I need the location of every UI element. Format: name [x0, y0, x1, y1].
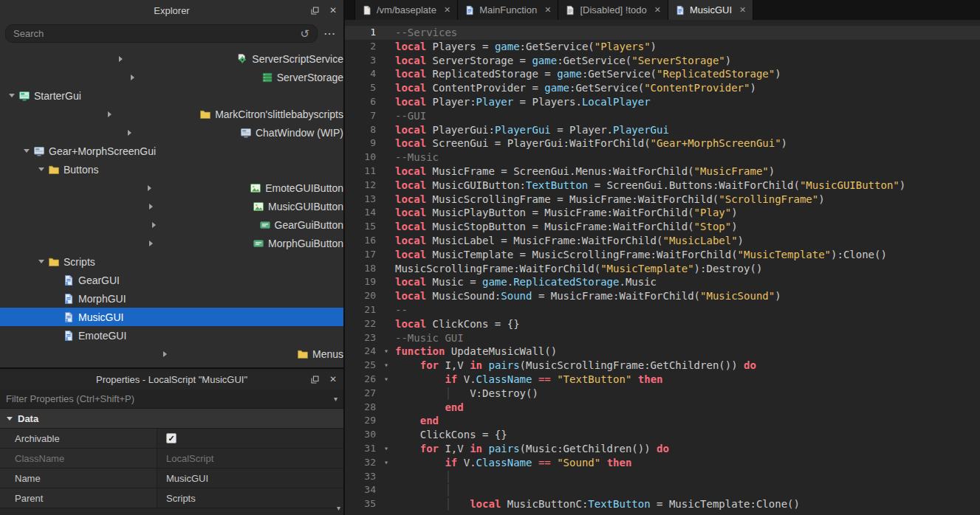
- code-line[interactable]: 16local MusicLabel = MusicFrame:WaitForC…: [345, 234, 980, 248]
- no-arrow: [50, 311, 61, 322]
- code-line[interactable]: 34 │: [345, 483, 980, 497]
- code-line[interactable]: 29 end: [345, 414, 980, 428]
- tree-item-scripts[interactable]: Scripts: [0, 252, 343, 271]
- data-section-header[interactable]: Data: [0, 409, 343, 429]
- code-line[interactable]: 30 ClickCons = {}: [345, 428, 980, 442]
- tree-item-serverstorage[interactable]: ServerStorage: [0, 68, 343, 86]
- tree-item-label: ServerStorage: [277, 72, 343, 83]
- tree-item-buttons[interactable]: Buttons: [0, 160, 343, 179]
- code-line[interactable]: 9local ScreenGui = PlayerGui:WaitForChil…: [345, 136, 980, 151]
- tree-item-emotegui[interactable]: EmoteGUI: [0, 326, 343, 345]
- code-line[interactable]: 33 │: [345, 470, 980, 484]
- code-line[interactable]: 11local MusicFrame = ScreenGui.Menus:Wai…: [345, 165, 980, 179]
- code-line[interactable]: 26▾ if V.ClassName == "TextButton" then: [345, 373, 980, 387]
- code-line[interactable]: 4local ReplicatedStorage = game:GetServi…: [345, 67, 980, 81]
- editor-tab-musicgui[interactable]: MusicGUI✕: [668, 0, 753, 20]
- chevron-down-icon[interactable]: [35, 164, 47, 175]
- property-value[interactable]: Scripts: [157, 488, 343, 508]
- more-options-button[interactable]: ···: [322, 26, 338, 42]
- code-line[interactable]: 32▾ if V.ClassName == "Sound" then: [345, 456, 980, 470]
- chevron-right-icon[interactable]: [35, 348, 295, 359]
- code-line[interactable]: 24▾function UpdateMusicWall(): [345, 345, 980, 359]
- search-history-icon[interactable]: ↺: [300, 28, 309, 39]
- chevron-right-icon[interactable]: [6, 53, 235, 64]
- close-icon[interactable]: ✕: [327, 373, 339, 385]
- fold-arrow-icon[interactable]: ▾: [377, 373, 395, 387]
- tree-item-serverscriptservice[interactable]: ServerScriptService: [0, 49, 343, 68]
- tree-item-chatwindow-wip[interactable]: ChatWindow (WIP): [0, 123, 343, 142]
- code-area[interactable]: 1--Services2local Players = game:GetServ…: [345, 20, 980, 515]
- chevron-right-icon[interactable]: [6, 72, 260, 83]
- tree-item-menus[interactable]: Menus: [0, 345, 343, 363]
- code-line[interactable]: 31▾ for I,V in pairs(Music:GetChildren()…: [345, 442, 980, 456]
- tree-item-geargui[interactable]: GearGUI: [0, 271, 343, 289]
- chevron-right-icon[interactable]: [21, 127, 239, 138]
- code-line[interactable]: 14local MusicPlayButton = MusicFrame:Wai…: [345, 206, 980, 220]
- chevron-down-icon[interactable]: [35, 256, 47, 267]
- chevron-right-icon[interactable]: [50, 238, 251, 249]
- tree-item-morphgui[interactable]: MorphGUI: [0, 289, 343, 308]
- tree-item-musicgui[interactable]: MusicGUI: [0, 308, 343, 326]
- code-line[interactable]: 15local MusicStopButton = MusicFrame:Wai…: [345, 220, 980, 234]
- chevron-right-icon[interactable]: [21, 108, 198, 120]
- tree-item-label: ServerScriptService: [252, 53, 343, 65]
- filter-properties-input[interactable]: Filter Properties (Ctrl+Shift+P) ▾: [0, 390, 343, 409]
- fold-arrow-icon[interactable]: ▾: [377, 359, 395, 373]
- code-line[interactable]: 13local MusicScrollingFrame = MusicFrame…: [345, 193, 980, 207]
- tree-item-markcitron-slittlebabyscripts[interactable]: MarkCitron'slittlebabyscripts: [0, 105, 343, 123]
- code-line[interactable]: 6local Player:Player = Players.LocalPlay…: [345, 95, 980, 109]
- code-line[interactable]: 27 │ V:Destroy(): [345, 387, 980, 401]
- code-line[interactable]: 12local MusicGUIButton:TextButton = Scre…: [345, 179, 980, 193]
- code-line[interactable]: 3local ServerStorage = game:GetService("…: [345, 54, 980, 68]
- fold-arrow-icon[interactable]: ▾: [377, 442, 395, 456]
- chevron-down-icon[interactable]: ▾: [334, 395, 337, 403]
- code-line[interactable]: 5local ContentProvider = game:GetService…: [345, 81, 980, 95]
- chevron-right-icon[interactable]: [50, 182, 248, 193]
- code-line[interactable]: 20local MusicSound:Sound = MusicFrame:Wa…: [345, 289, 980, 303]
- editor-tab-vm-baseplate[interactable]: /vm/baseplate✕: [354, 0, 458, 20]
- scroll-down-icon[interactable]: ▾: [337, 505, 340, 512]
- search-input[interactable]: Search ↺: [5, 24, 318, 43]
- code-line[interactable]: 7--GUI: [345, 109, 980, 123]
- chevron-down-icon[interactable]: [6, 90, 17, 101]
- code-line[interactable]: 28 end: [345, 401, 980, 415]
- archivable-checkbox[interactable]: ✓: [166, 433, 177, 443]
- code-line[interactable]: 8local PlayerGui:PlayerGui = Player.Play…: [345, 123, 980, 137]
- code-line[interactable]: 21--: [345, 303, 980, 317]
- close-tab-icon[interactable]: ✕: [654, 6, 661, 14]
- code-line[interactable]: 2local Players = game:GetService("Player…: [345, 40, 980, 54]
- code-line[interactable]: 22local ClickCons = {}: [345, 317, 980, 331]
- property-value[interactable]: ✓: [157, 429, 343, 448]
- float-window-icon[interactable]: [309, 373, 321, 385]
- tree-item-startergui[interactable]: StarterGui: [0, 86, 343, 105]
- chevron-right-icon[interactable]: [50, 201, 251, 212]
- close-tab-icon[interactable]: ✕: [444, 6, 450, 14]
- tree-item-emoteguibutton[interactable]: EmoteGUIButton: [0, 179, 343, 197]
- code-line[interactable]: 23--Music GUI: [345, 331, 980, 345]
- tree-item-gear-morphscreengui[interactable]: Gear+MorphScreenGui: [0, 142, 343, 160]
- line-number: 4: [345, 67, 377, 81]
- code-line[interactable]: 17local MusicTemplate = MusicScrollingFr…: [345, 248, 980, 262]
- tree-item-musicguibutton[interactable]: MusicGUIButton: [0, 197, 343, 215]
- close-tab-icon[interactable]: ✕: [739, 6, 746, 14]
- editor-tab-disabled-todo[interactable]: [Disabled] !todo✕: [558, 0, 668, 20]
- code-line[interactable]: 18MusicScrollingFrame:WaitForChild("Musi…: [345, 262, 980, 276]
- tree-item-gearguibutton[interactable]: GearGuiButton: [0, 215, 343, 234]
- line-number: 22: [345, 317, 377, 331]
- property-value[interactable]: MusicGUI: [157, 469, 343, 488]
- code-line[interactable]: 1--Services: [345, 26, 980, 40]
- code-line[interactable]: 25▾ for I,V in pairs(MusicScrollingFrame…: [345, 359, 980, 373]
- code-line[interactable]: 10--Music: [345, 151, 980, 165]
- fold-arrow-icon[interactable]: ▾: [377, 345, 395, 359]
- close-icon[interactable]: ✕: [327, 4, 339, 16]
- code-line[interactable]: 35 │ local MusicButtonC:TextButton = Mus…: [345, 497, 980, 511]
- fold-arrow-icon[interactable]: ▾: [377, 456, 395, 470]
- chevron-down-icon[interactable]: [21, 145, 32, 156]
- tree-item-morphguibutton[interactable]: MorphGuiButton: [0, 234, 343, 252]
- float-window-icon[interactable]: [309, 4, 321, 16]
- no-arrow: [50, 274, 61, 286]
- editor-tab-mainfunction[interactable]: MainFunction✕: [458, 0, 558, 20]
- close-tab-icon[interactable]: ✕: [544, 6, 551, 14]
- code-line[interactable]: 19local Music = game.ReplicatedStorage.M…: [345, 275, 980, 289]
- chevron-right-icon[interactable]: [50, 219, 258, 230]
